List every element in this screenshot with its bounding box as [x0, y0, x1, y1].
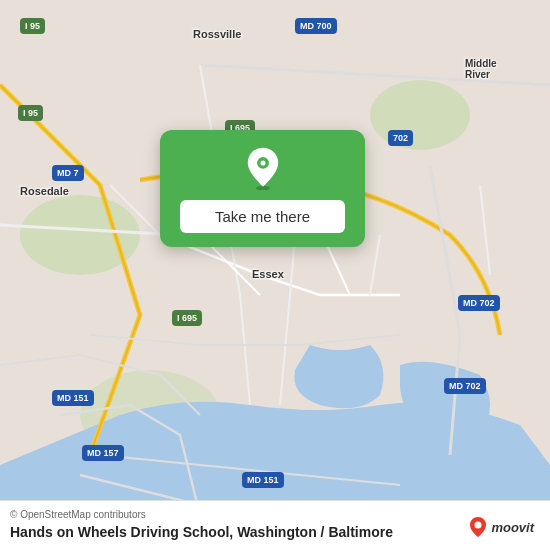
road-badge-md7: MD 7 — [52, 165, 84, 181]
place-label-rosedale: Rosedale — [20, 185, 69, 197]
take-me-there-button[interactable]: Take me there — [180, 200, 345, 233]
location-pin-icon — [241, 146, 285, 190]
location-card: Take me there — [160, 130, 365, 247]
road-badge-md700: MD 700 — [295, 18, 337, 34]
road-badge-i695-bot: I 695 — [172, 310, 202, 326]
location-title: Hands on Wheels Driving School, Washingt… — [10, 524, 540, 540]
road-badge-md151: MD 151 — [52, 390, 94, 406]
road-badge-md702-bot: MD 702 — [444, 378, 486, 394]
map-attribution: © OpenStreetMap contributors — [10, 509, 540, 520]
moovit-text: moovit — [491, 520, 534, 535]
place-label-essex: Essex — [252, 268, 284, 280]
svg-point-8 — [475, 522, 482, 529]
map-container: I 95 I 95 MD 7 MD 700 I 695 702 MD 702 M… — [0, 0, 550, 550]
svg-point-2 — [370, 80, 470, 150]
road-badge-i95-mid: I 95 — [18, 105, 43, 121]
road-badge-md151-bot: MD 151 — [242, 472, 284, 488]
road-badge-i95-top: I 95 — [20, 18, 45, 34]
place-label-middle-river: MiddleRiver — [465, 58, 497, 80]
place-label-rossville: Rossville — [193, 28, 241, 40]
road-badge-md157: MD 157 — [82, 445, 124, 461]
moovit-logo: moovit — [463, 514, 540, 540]
moovit-pin-icon — [469, 516, 487, 538]
road-badge-md702-mid: MD 702 — [458, 295, 500, 311]
svg-point-7 — [260, 160, 265, 165]
road-badge-702: 702 — [388, 130, 413, 146]
